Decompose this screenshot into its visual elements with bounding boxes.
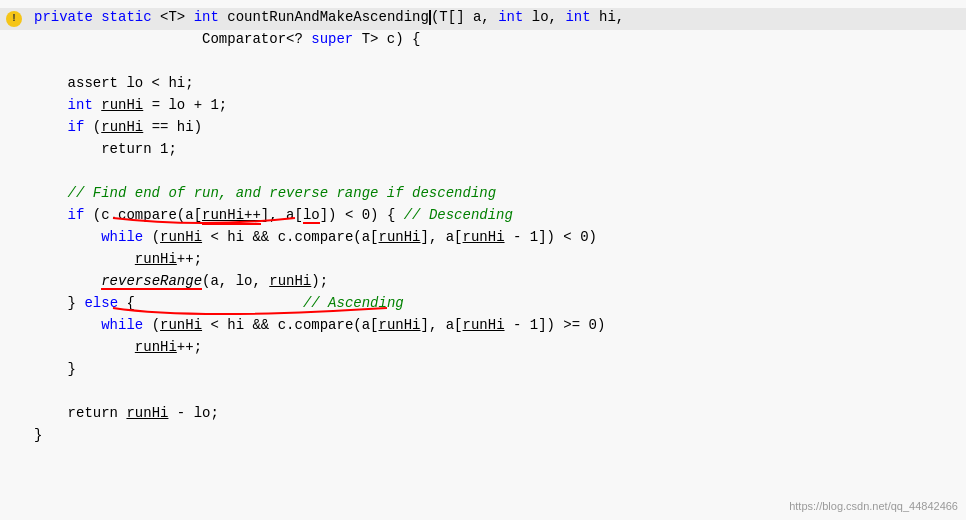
code-line: while (runHi < hi && c.compare(a[runHi],… xyxy=(0,316,966,338)
line-content xyxy=(30,163,966,179)
line-content: int runHi = lo + 1; xyxy=(30,97,966,113)
code-line: int runHi = lo + 1; xyxy=(0,96,966,118)
line-content: // Find end of run, and reverse range if… xyxy=(30,185,966,201)
line-content: while (runHi < hi && c.compare(a[runHi],… xyxy=(30,317,966,333)
line-content: return 1; xyxy=(30,141,966,157)
watermark: https://blog.csdn.net/qq_44842466 xyxy=(789,500,958,512)
code-line: } xyxy=(0,360,966,382)
line-content: while (runHi < hi && c.compare(a[runHi],… xyxy=(30,229,966,245)
code-line: reverseRange(a, lo, runHi); xyxy=(0,272,966,294)
code-line: return runHi - lo; xyxy=(0,404,966,426)
line-content xyxy=(30,383,966,399)
line-content: return runHi - lo; xyxy=(30,405,966,421)
line-gutter: ! xyxy=(0,11,30,27)
code-line xyxy=(0,162,966,184)
code-line: } xyxy=(0,426,966,448)
warning-icon: ! xyxy=(6,11,22,27)
line-content: private static <T> int countRunAndMakeAs… xyxy=(30,9,966,25)
line-content: } xyxy=(30,427,966,443)
code-line: assert lo < hi; xyxy=(0,74,966,96)
code-line xyxy=(0,52,966,74)
code-line: runHi++; xyxy=(0,250,966,272)
code-container: !private static <T> int countRunAndMakeA… xyxy=(0,0,966,520)
code-line: Comparator<? super T> c) { xyxy=(0,30,966,52)
code-line: runHi++; xyxy=(0,338,966,360)
code-line xyxy=(0,382,966,404)
line-content xyxy=(30,53,966,69)
line-content: Comparator<? super T> c) { xyxy=(30,31,966,47)
line-content: runHi++; xyxy=(30,339,966,355)
code-line: // Find end of run, and reverse range if… xyxy=(0,184,966,206)
code-line: } else { // Ascending xyxy=(0,294,966,316)
code-line: if (runHi == hi) xyxy=(0,118,966,140)
line-content: runHi++; xyxy=(30,251,966,267)
line-content: assert lo < hi; xyxy=(30,75,966,91)
line-content: } xyxy=(30,361,966,377)
line-content: if (runHi == hi) xyxy=(30,119,966,135)
line-content: } else { // Ascending xyxy=(30,295,966,311)
line-content: reverseRange(a, lo, runHi); xyxy=(30,273,966,290)
code-line: !private static <T> int countRunAndMakeA… xyxy=(0,8,966,30)
code-line: if (c.compare(a[runHi++], a[lo]) < 0) { … xyxy=(0,206,966,228)
line-content: if (c.compare(a[runHi++], a[lo]) < 0) { … xyxy=(30,207,966,224)
code-line: while (runHi < hi && c.compare(a[runHi],… xyxy=(0,228,966,250)
code-line: return 1; xyxy=(0,140,966,162)
